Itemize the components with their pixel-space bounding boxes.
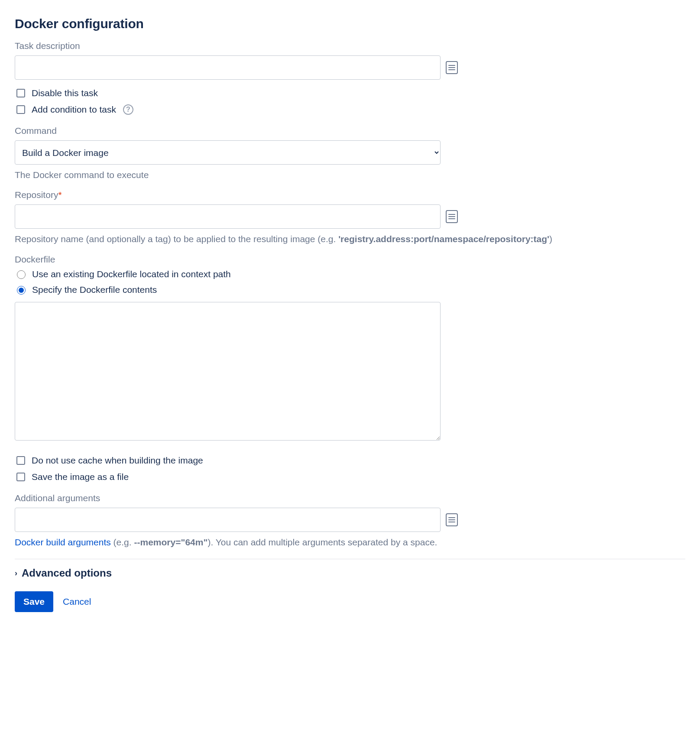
cancel-button[interactable]: Cancel <box>63 596 91 607</box>
additional-args-label: Additional arguments <box>15 493 685 503</box>
task-description-input[interactable] <box>15 55 441 80</box>
chevron-right-icon: › <box>15 569 17 577</box>
command-help: The Docker command to execute <box>15 169 685 181</box>
additional-args-input[interactable] <box>15 508 441 532</box>
repository-input[interactable] <box>15 204 441 229</box>
dockerfile-existing-radio[interactable] <box>17 270 26 279</box>
advanced-options-label: Advanced options <box>22 567 112 579</box>
help-icon[interactable]: ? <box>123 104 133 115</box>
disable-task-checkbox[interactable] <box>16 89 25 97</box>
notes-icon[interactable] <box>446 61 458 74</box>
add-condition-checkbox[interactable] <box>16 105 25 114</box>
additional-args-help: Docker build arguments (e.g. --memory="6… <box>15 536 685 548</box>
notes-icon[interactable] <box>446 513 458 526</box>
dockerfile-inline-radio[interactable] <box>17 286 26 295</box>
repository-help: Repository name (and optionally a tag) t… <box>15 233 685 245</box>
notes-icon[interactable] <box>446 210 458 223</box>
page-title: Docker configuration <box>15 16 685 31</box>
divider <box>15 559 685 559</box>
task-description-label: Task description <box>15 41 685 51</box>
dockerfile-inline-label[interactable]: Specify the Dockerfile contents <box>32 285 157 295</box>
dockerfile-label: Dockerfile <box>15 254 685 265</box>
save-as-file-checkbox[interactable] <box>16 473 25 481</box>
save-as-file-label[interactable]: Save the image as a file <box>32 472 129 482</box>
dockerfile-existing-label[interactable]: Use an existing Dockerfile located in co… <box>32 269 231 279</box>
docker-build-args-link[interactable]: Docker build arguments <box>15 537 111 547</box>
no-cache-checkbox[interactable] <box>16 456 25 465</box>
disable-task-label[interactable]: Disable this task <box>32 88 98 98</box>
save-button[interactable]: Save <box>15 591 53 612</box>
advanced-options-toggle[interactable]: › Advanced options <box>15 567 685 579</box>
add-condition-label[interactable]: Add condition to task <box>32 104 116 115</box>
dockerfile-contents-textarea[interactable] <box>15 302 441 441</box>
command-select[interactable]: Build a Docker image <box>15 140 441 165</box>
no-cache-label[interactable]: Do not use cache when building the image <box>32 455 203 466</box>
repository-label: Repository* <box>15 190 685 200</box>
command-label: Command <box>15 126 685 136</box>
